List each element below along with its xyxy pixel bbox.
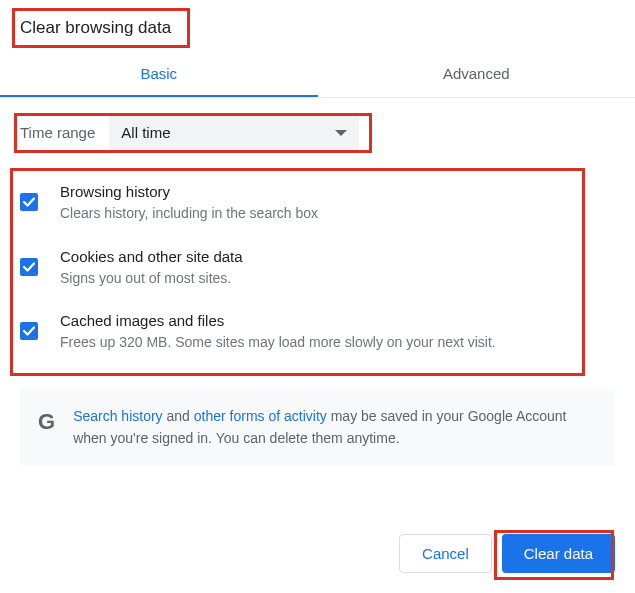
time-range-row: Time range All time	[0, 98, 635, 165]
tab-basic[interactable]: Basic	[0, 52, 318, 97]
option-desc: Frees up 320 MB. Some sites may load mor…	[60, 333, 615, 353]
time-range-label: Time range	[20, 124, 95, 141]
tab-advanced[interactable]: Advanced	[318, 52, 636, 97]
info-text-part: and	[163, 408, 194, 424]
option-desc: Signs you out of most sites.	[60, 269, 615, 289]
link-search-history[interactable]: Search history	[73, 408, 162, 424]
option-cookies: Cookies and other site data Signs you ou…	[20, 236, 615, 301]
dialog-footer: Cancel Clear data	[399, 534, 615, 573]
option-cache: Cached images and files Frees up 320 MB.…	[20, 300, 615, 365]
clear-data-button[interactable]: Clear data	[502, 534, 615, 573]
options-list: Browsing history Clears history, includi…	[0, 165, 635, 375]
checkbox-cache[interactable]	[20, 322, 38, 340]
option-title: Cached images and files	[60, 312, 615, 329]
option-title: Browsing history	[60, 183, 615, 200]
cancel-button[interactable]: Cancel	[399, 534, 492, 573]
google-icon: G	[38, 409, 55, 435]
tabs: Basic Advanced	[0, 52, 635, 98]
dialog-title: Clear browsing data	[0, 0, 635, 52]
link-other-activity[interactable]: other forms of activity	[194, 408, 327, 424]
option-title: Cookies and other site data	[60, 248, 615, 265]
checkbox-browsing-history[interactable]	[20, 193, 38, 211]
dropdown-icon	[335, 130, 347, 136]
checkbox-cookies[interactable]	[20, 258, 38, 276]
option-desc: Clears history, including in the search …	[60, 204, 615, 224]
time-range-value: All time	[121, 124, 170, 141]
time-range-select[interactable]: All time	[109, 114, 359, 151]
option-browsing-history: Browsing history Clears history, includi…	[20, 171, 615, 236]
info-box: G Search history and other forms of acti…	[20, 389, 615, 466]
info-text: Search history and other forms of activi…	[73, 405, 597, 450]
